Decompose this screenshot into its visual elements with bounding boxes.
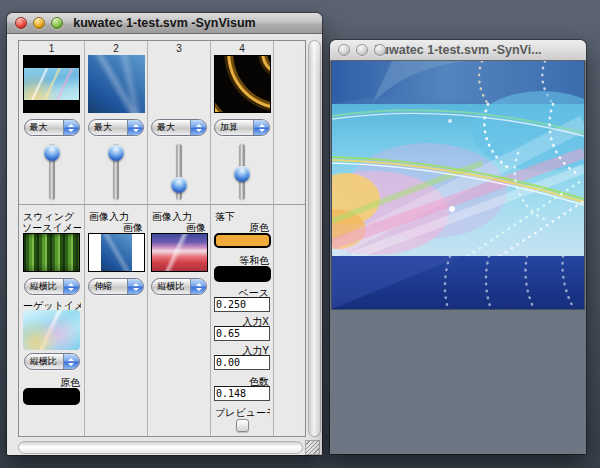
chevron-up-icon [68,124,74,127]
scale-mode-label: 縦横比 [152,280,184,293]
desktop: { "left_window": { "title": "kuwatec 1-t… [0,0,600,468]
source-image-label: ソースイメージ [22,221,81,232]
image-well[interactable] [88,233,145,272]
preview-window-titlebar[interactable]: kuwatec 1-test.svm -SynVi... [330,40,586,61]
channel-2-thumbnail[interactable] [88,55,145,113]
channel-column-3: 3 最大 画像入力 画像 縦横比 [148,41,211,436]
image-well[interactable] [151,233,208,272]
zoom-button[interactable] [51,17,63,29]
module-label: 画像入力 [88,210,144,221]
preview-window-body [330,61,586,454]
input-x-field[interactable] [214,326,270,341]
chevron-up-icon [259,124,265,127]
control-window-body: 1 最大 スウィング ソースイメージ 縦横比 ーゲットイメージ [7,34,322,455]
channel-1-thumbnail-image [24,68,79,100]
channel-number: 4 [214,43,270,54]
horizontal-scrollbar[interactable] [18,441,303,454]
chevron-down-icon [68,288,74,291]
module-label: スウィング [22,210,81,221]
image-well-content [101,234,132,271]
input-y-field[interactable] [214,355,270,370]
vertical-scrollbar[interactable] [308,40,321,437]
chevron-down-icon [196,129,202,132]
popup-stepper-icon [63,354,79,369]
scale-mode-popup-1[interactable]: 縦横比 [24,278,80,295]
preview-image [332,61,584,309]
popup-stepper-icon [190,120,206,135]
chevron-up-icon [133,124,139,127]
channel-1-thumbnail[interactable] [23,55,80,113]
popup-stepper-icon [253,120,269,135]
close-button[interactable] [338,44,350,56]
opacity-slider-1[interactable] [22,142,81,202]
control-window: kuwatec 1-test.svm -SynVisum 1 最大 [7,13,322,455]
control-window-titlebar[interactable]: kuwatec 1-test.svm -SynVisum [7,13,322,34]
chevron-up-icon [133,283,139,286]
module-label: 画像入力 [151,210,207,221]
popup-stepper-icon [63,120,79,135]
source-image-well[interactable] [23,233,80,272]
channel-number: 3 [151,43,207,54]
close-button[interactable] [15,17,27,29]
module-label: 落下 [214,210,270,221]
slider-knob[interactable] [44,145,60,161]
popup-stepper-icon [63,279,79,294]
blend-mode-popup-3[interactable]: 最大 [151,119,207,136]
image-well-label: 画像 [88,221,144,232]
primary-color-well[interactable] [214,233,271,248]
scale-mode-label: 伸縮 [89,280,112,293]
channel-number: 2 [88,43,144,54]
zoom-button[interactable] [374,44,386,56]
blend-mode-label: 最大 [25,121,48,134]
channel-column-1: 1 最大 スウィング ソースイメージ 縦横比 ーゲットイメージ [19,41,85,436]
target-image-well[interactable] [23,310,80,350]
preview-mode-label: プレビューモード [214,406,270,417]
preview-mode-checkbox[interactable] [236,419,249,432]
image-well-label: 画像 [151,221,207,232]
opacity-slider-2[interactable] [88,142,144,202]
scale-mode-popup-3[interactable]: 縦横比 [151,278,207,295]
primary-color-well[interactable] [23,388,80,405]
chevron-up-icon [68,358,74,361]
sum-color-well[interactable] [214,266,271,282]
slider-knob[interactable] [234,166,250,182]
chevron-up-icon [196,283,202,286]
input-y-field-label: 入力Y [214,344,270,355]
primary-color-label: 原色 [214,221,270,232]
blend-mode-label: 最大 [152,121,175,134]
chevron-up-icon [196,124,202,127]
target-scale-mode-popup[interactable]: 縦横比 [24,353,80,370]
slider-knob[interactable] [108,145,124,161]
resize-grip-icon[interactable] [305,440,320,455]
scale-mode-popup-2[interactable]: 伸縮 [88,278,144,295]
sum-color-label: 等和色 [214,254,270,265]
channel-3-thumbnail-empty[interactable] [151,55,208,113]
popup-stepper-icon [190,279,206,294]
blend-mode-label: 加算 [215,121,238,134]
blend-mode-label: 最大 [89,121,112,134]
minimize-button[interactable] [33,17,45,29]
input-x-field-label: 入力X [214,315,270,326]
scale-mode-label: 縦横比 [25,355,57,368]
chevron-down-icon [259,129,265,132]
popup-stepper-icon [127,279,143,294]
channel-4-thumbnail[interactable] [214,55,271,113]
opacity-slider-4[interactable] [214,142,270,202]
preview-window: kuwatec 1-test.svm -SynVi... [330,40,586,454]
blend-mode-popup-2[interactable]: 最大 [88,119,144,136]
chevron-down-icon [68,129,74,132]
slider-knob[interactable] [171,177,187,193]
base-field-label: ベース [214,286,270,297]
chevron-up-icon [68,283,74,286]
window-controls [330,44,386,56]
opacity-slider-3[interactable] [151,142,207,202]
blend-mode-popup-1[interactable]: 最大 [24,119,80,136]
chevron-down-icon [133,288,139,291]
base-field[interactable] [214,297,270,312]
channel-number: 1 [22,43,81,54]
chevron-down-icon [68,363,74,366]
color-count-field[interactable] [214,386,270,401]
target-image-label: ーゲットイメージ [22,299,81,310]
minimize-button[interactable] [356,44,368,56]
blend-mode-popup-4[interactable]: 加算 [214,119,270,136]
